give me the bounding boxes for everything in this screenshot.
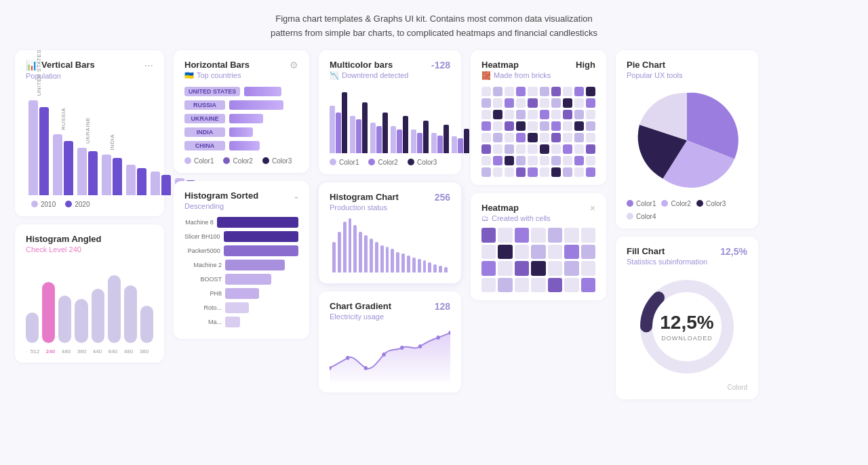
pie-chart-card: Pie Chart Popular UX tools Color1 bbox=[616, 50, 758, 228]
svg-point-1 bbox=[346, 356, 349, 360]
multicolor-bars-chart bbox=[330, 85, 450, 153]
histogram-sorted-dash: - bbox=[294, 190, 298, 205]
header-line2: patterns from simple bar charts, to comp… bbox=[0, 26, 868, 41]
heatmap-title: Heatmap bbox=[481, 60, 551, 70]
chart-gradient-card: Chart Gradient Electricity usage 128 bbox=[319, 291, 461, 392]
vbar-ru-2010 bbox=[53, 134, 62, 195]
histogram-chart-bars bbox=[330, 218, 450, 272]
heatmap2-title: Heatmap bbox=[481, 203, 551, 213]
chart-gradient-title: Chart Gradient bbox=[330, 301, 391, 311]
horizontal-bars-chart: UNITED STATES RUSSIA UKRAINE INDIA CHINA bbox=[184, 87, 298, 150]
multicolor-bars-badge: -128 bbox=[431, 60, 450, 70]
heatmap-small-card: Heatmap 🗂 Created with cells × bbox=[471, 193, 606, 300]
histogram-angled-title: Histogram Angled bbox=[26, 234, 101, 244]
horiz-bar-us: UNITED STATES bbox=[184, 87, 298, 96]
horiz-bar-ua: UKRAINE bbox=[184, 114, 298, 123]
histogram-sorted-chart: Machine 8 Slicer BH100 Packer5000 Machin… bbox=[184, 217, 298, 327]
histogram-sorted-subtitle: Descending bbox=[184, 202, 258, 210]
horizontal-bars-subtitle: 🇺🇦 Top countries bbox=[184, 71, 250, 80]
multicolor-bars-card: Multicolor bars 📉 Downtrend detected -12… bbox=[319, 50, 461, 174]
vbar-us-2010 bbox=[28, 100, 38, 195]
pie-chart-subtitle: Popular UX tools bbox=[627, 71, 683, 79]
histogram-angled-subtitle: Check Level 240 bbox=[26, 245, 101, 254]
heatmap-badge: High bbox=[576, 60, 595, 70]
cells-icon: 🗂 bbox=[481, 214, 489, 222]
legend-2010: 2010 bbox=[31, 201, 56, 208]
horiz-bar-in: INDIA bbox=[184, 127, 298, 137]
multicolor-bars-title: Multicolor bars bbox=[330, 60, 408, 70]
svg-point-3 bbox=[382, 352, 385, 357]
histogram-chart-title: Histogram Chart bbox=[330, 192, 399, 202]
pie-chart-viz bbox=[627, 86, 747, 195]
histogram-chart-badge: 256 bbox=[435, 192, 450, 203]
histogram-sorted-title: Histogram Sorted bbox=[184, 190, 258, 201]
heatmap-small-grid bbox=[481, 228, 595, 292]
pie-chart-title: Pie Chart bbox=[627, 60, 683, 70]
horizontal-bars-legend: Color1 Color2 Color3 bbox=[184, 157, 298, 165]
fill-chart-title: Fill Chart bbox=[627, 246, 707, 256]
heatmap2-close[interactable]: × bbox=[590, 203, 595, 214]
page-header: Figma chart templates & Graphs UI kit. C… bbox=[0, 0, 868, 50]
vertical-bars-menu[interactable]: ··· bbox=[144, 60, 153, 72]
multicolor-bars-legend: Color1 Color2 Color3 bbox=[330, 159, 450, 166]
svg-point-6 bbox=[437, 336, 440, 340]
vertical-bars-card: 📊 Vertical Bars Population ··· UNITED ST… bbox=[15, 50, 164, 216]
header-line1: Figma chart templates & Graphs UI kit. C… bbox=[0, 12, 868, 26]
horizontal-bars-title: Horizontal Bars bbox=[184, 60, 250, 70]
vertical-bars-legend: 2010 2020 bbox=[26, 201, 153, 208]
pie-chart-legend: Color1 Color2 Color3 Color4 bbox=[627, 200, 747, 220]
heatmap2-subtitle: 🗂 Created with cells bbox=[481, 214, 551, 222]
vertical-bars-chart: UNITED STATES RUSSIA UKRAINE bbox=[26, 87, 153, 195]
vbar-ru-2020 bbox=[64, 141, 73, 195]
fill-chart-badge: 12,5% bbox=[720, 246, 747, 257]
heatmap-large-grid bbox=[481, 87, 595, 178]
multicolor-bars-subtitle: 📉 Downtrend detected bbox=[330, 71, 408, 80]
legend-2020: 2020 bbox=[65, 201, 90, 208]
fill-chart-subtitle: Statistics subinformation bbox=[627, 258, 707, 266]
histogram-chart-subtitle: Production status bbox=[330, 203, 399, 211]
downtrend-icon: 📉 bbox=[330, 71, 339, 80]
histogram-angled-chart bbox=[26, 262, 153, 343]
chart-gradient-viz bbox=[330, 327, 450, 382]
heatmap-large-card: Heatmap 🧱 Made from bricks High bbox=[471, 50, 606, 186]
brick-icon: 🧱 bbox=[481, 71, 491, 80]
chart-gradient-badge: 128 bbox=[435, 301, 450, 312]
fill-chart-card: Fill Chart Statistics subinformation 12,… bbox=[616, 237, 758, 399]
chart-gradient-subtitle: Electricity usage bbox=[330, 312, 391, 321]
horiz-bar-ru: RUSSIA bbox=[184, 100, 298, 110]
colord-label: Colord bbox=[627, 384, 747, 391]
flag-icon: 🇺🇦 bbox=[184, 71, 194, 80]
fill-chart-percentage: 12,5% bbox=[660, 312, 713, 333]
vbar-us-2020 bbox=[39, 107, 49, 195]
histogram-angled-labels: 512 240 480 360 440 640 480 360 bbox=[26, 348, 153, 355]
heatmap-subtitle: 🧱 Made from bricks bbox=[481, 71, 551, 80]
histogram-angled-card: Histogram Angled Check Level 240 512 240 bbox=[15, 224, 164, 363]
svg-point-4 bbox=[400, 346, 403, 350]
horizontal-bars-gear[interactable]: ⚙ bbox=[290, 60, 298, 70]
horiz-bar-cn: CHINA bbox=[184, 141, 298, 150]
histogram-sorted-card: Histogram Sorted Descending - Machine 8 … bbox=[174, 181, 309, 339]
fill-chart-viz: 12,5% DOWNLOADED bbox=[627, 272, 747, 381]
svg-point-2 bbox=[364, 366, 368, 370]
svg-point-5 bbox=[418, 344, 422, 348]
fill-chart-label: DOWNLOADED bbox=[660, 335, 713, 342]
horizontal-bars-card: Horizontal Bars 🇺🇦 Top countries ⚙ UNITE… bbox=[174, 50, 309, 173]
histogram-chart-card: Histogram Chart Production status 256 bbox=[319, 182, 461, 283]
